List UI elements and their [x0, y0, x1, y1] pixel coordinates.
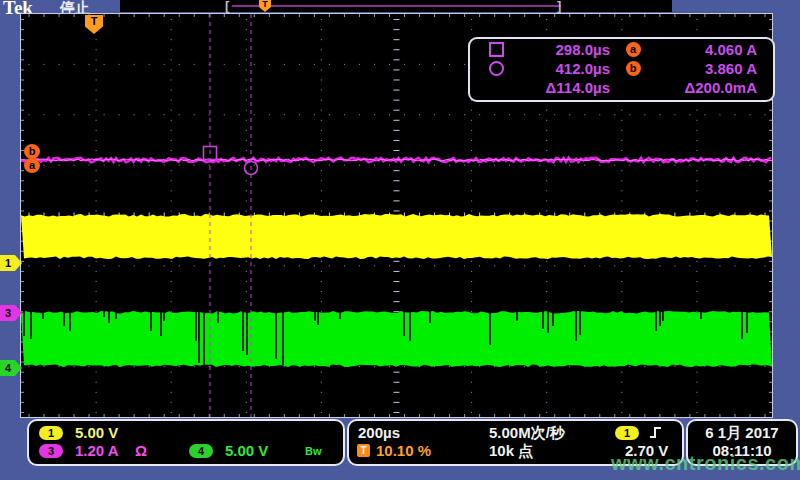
channel-3-scale[interactable]: 1.20 A — [75, 442, 119, 459]
trigger-position-badge-icon: T — [357, 444, 370, 457]
channel-4-scale[interactable]: 5.00 V — [225, 442, 268, 459]
source-b-badge: b — [626, 61, 641, 76]
watermark: www.cntronics.com — [611, 452, 800, 475]
channel-3-ground-marker[interactable]: 3 — [0, 305, 22, 321]
cursor-readout-panel: 298.0µs a 4.060 A 412.0µs b 3.860 A Δ114… — [468, 37, 775, 102]
channel-1-ground-marker[interactable]: 1 — [0, 255, 22, 271]
channel-1-scale[interactable]: 5.00 V — [75, 424, 118, 441]
trigger-source-badge[interactable]: 1 — [615, 426, 639, 440]
cursor-b-marker: b — [24, 144, 40, 159]
channel-4-ground-marker[interactable]: 4 — [0, 360, 22, 376]
timebase-value[interactable]: 200µs — [358, 424, 400, 441]
channel-4-bandwidth-indicator: Bw — [305, 445, 322, 457]
cursor-a-value: 4.060 A — [656, 41, 767, 58]
channel-readout-panel[interactable]: 1 5.00 V 3 1.20 A Ω 4 5.00 V Bw — [27, 419, 345, 466]
channel-4-badge[interactable]: 4 — [189, 444, 213, 458]
cursor-delta-time: Δ114.0µs — [508, 79, 610, 96]
cursor-1-time: 298.0µs — [508, 41, 610, 58]
cursor-1-square-icon — [489, 42, 504, 57]
record-waveform-line — [232, 5, 561, 7]
oscilloscope-screen: Tek 停止 [ ] T T b a 1 3 4 298.0µs a 4.060… — [0, 0, 800, 480]
record-view-bar: [ ] T — [120, 0, 672, 12]
source-a-badge: a — [626, 42, 641, 57]
cursor-2-circle-icon — [489, 61, 504, 76]
cursor-a-marker: a — [24, 158, 40, 173]
record-trigger-marker-icon: T — [259, 0, 271, 12]
cursor-2-time: 412.0µs — [508, 60, 610, 77]
channel-3-badge[interactable]: 3 — [39, 444, 63, 458]
date-value: 6 1月 2017 — [688, 424, 796, 443]
cursor-delta-value: Δ200.0mA — [656, 79, 767, 96]
sample-rate: 5.00M次/秒 — [489, 424, 565, 443]
trigger-slope-rising-icon — [648, 425, 663, 440]
trigger-position-percent: 10.10 % — [376, 442, 431, 459]
record-window-bracket-right: ] — [557, 0, 561, 13]
channel-3-impedance: Ω — [135, 442, 147, 459]
record-length: 10k 点 — [489, 442, 533, 461]
record-window-bracket-left: [ — [225, 0, 229, 13]
channel-1-badge[interactable]: 1 — [39, 426, 63, 440]
cursor-b-value: 3.860 A — [656, 60, 767, 77]
